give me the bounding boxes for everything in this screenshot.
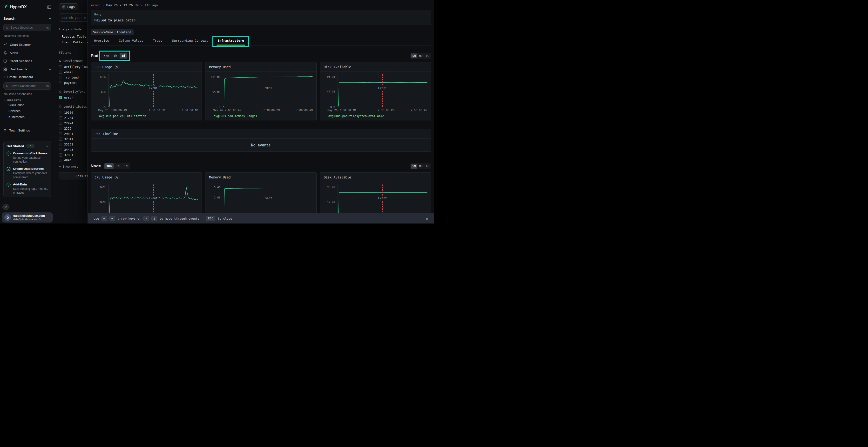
checkbox[interactable] — [59, 71, 62, 74]
tab-surrounding-context[interactable]: Surrounding Context — [172, 39, 208, 42]
user-menu[interactable]: D dale@clickhouse.com dale@clickhouse.co… — [2, 212, 53, 222]
saved-searches-field[interactable] — [10, 26, 44, 29]
size-lg-button[interactable]: LG — [424, 164, 431, 169]
range-1h-button[interactable]: 1h — [114, 163, 122, 169]
event-marker-line — [268, 184, 268, 217]
chart-title: Memory Used — [206, 62, 316, 72]
pod-section-header: Pod 30m 1h 1d SM MD LG — [91, 53, 431, 59]
checkbox[interactable] — [59, 127, 62, 130]
tab-infrastructure[interactable]: Infrastructure — [217, 39, 244, 42]
sidebar-item-services[interactable]: Services — [3, 108, 51, 114]
filter-group-name: ServiceName — [63, 59, 84, 63]
checkbox[interactable] — [59, 116, 62, 119]
checkbox[interactable] — [59, 76, 62, 79]
source-selector-button[interactable]: Logs — [59, 3, 78, 10]
range-1h-button[interactable]: 1h — [112, 53, 119, 59]
chart-legend: avg(k8s.pod.filesystem.available) — [323, 114, 427, 118]
filter-option-label: payment — [64, 81, 77, 84]
get-started-step: Connect to ClickHouse Set up your databa… — [6, 151, 48, 164]
sidebar-item-team-settings[interactable]: ⚙ Team Settings — [3, 126, 51, 134]
checkbox[interactable] — [59, 143, 62, 146]
presets-toggle[interactable]: PRESETS — [3, 99, 51, 102]
event-marker-label: Event — [262, 86, 273, 90]
search-section-header[interactable]: Search — [3, 16, 51, 21]
legend-label: avg(k8s.pod.filesystem.available) — [329, 114, 386, 118]
checkbox-checked[interactable] — [59, 96, 62, 99]
preset-label: Services — [8, 109, 21, 113]
check-circle-icon — [6, 182, 10, 195]
esc-key: ESC — [206, 216, 215, 221]
checkbox[interactable] — [59, 148, 62, 151]
sidebar-item-label: Dashboards — [10, 67, 27, 71]
detail-tabs: Overview Column Values Trace Surrounding… — [91, 39, 431, 46]
checkbox[interactable] — [59, 138, 62, 141]
chevron-down-icon — [3, 100, 6, 101]
hint-text: Use — [94, 217, 99, 220]
monitor-icon — [3, 59, 7, 63]
tab-overview[interactable]: Overview — [94, 39, 109, 42]
filter-option-label: 21734 — [64, 116, 73, 120]
plot-area: Event — [108, 74, 198, 107]
sidebar-item-chart-explorer[interactable]: Chart Explorer — [3, 40, 51, 49]
plot-area: Event — [338, 184, 427, 217]
create-dashboard-label: Create Dashboard — [7, 75, 33, 79]
gear-icon: ⚙ — [3, 128, 6, 133]
event-marker-line — [382, 74, 383, 107]
size-md-button[interactable]: MD — [417, 164, 424, 169]
hyperdx-logo-icon — [3, 5, 8, 9]
range-30m-button[interactable]: 30m — [104, 163, 114, 169]
tab-column-values[interactable]: Column Values — [119, 39, 144, 42]
separator: · — [141, 3, 143, 7]
checkbox[interactable] — [59, 65, 62, 68]
checkbox[interactable] — [59, 81, 62, 84]
checkbox[interactable] — [59, 111, 62, 114]
sidebar-item-clickhouse[interactable]: ClickHouse — [3, 102, 51, 108]
chevron-up-icon — [45, 145, 48, 147]
filter-option-label: 32311 — [64, 137, 73, 141]
checkbox[interactable] — [59, 122, 62, 125]
node-size-selector: SM MD LG — [410, 163, 431, 169]
sidebar-item-client-sessions[interactable]: Client Sessions — [3, 57, 51, 65]
saved-dashboards-input[interactable]: ⌘K — [3, 82, 51, 90]
sidebar-item-dashboards[interactable]: Dashboards — [3, 65, 51, 73]
tab-trace[interactable]: Trace — [153, 39, 162, 42]
size-sm-button[interactable]: SM — [411, 164, 417, 169]
range-30m-button[interactable]: 30m — [102, 53, 111, 59]
event-marker-label: Event — [148, 86, 159, 90]
sidebar-collapse-icon[interactable] — [47, 5, 51, 9]
service-name-tag[interactable]: ServiceName: frontend — [91, 29, 133, 35]
step-title: Add Data — [13, 182, 48, 186]
y-axis: 120%60%0% — [93, 74, 107, 107]
checkbox[interactable] — [59, 153, 62, 157]
range-1d-button[interactable]: 1d — [120, 53, 127, 59]
chart-pod-disk-available: Disk Available 93 GB47 GB0 B Event May 2… — [320, 62, 431, 121]
sidebar-item-kubernetes[interactable]: Kubernetes — [3, 114, 51, 120]
arrow-right-key: → — [110, 216, 115, 221]
sidebar-item-alerts[interactable]: Alerts — [3, 49, 51, 57]
saved-searches-input[interactable]: ⌘K — [3, 24, 51, 31]
help-button[interactable]: ? — [2, 204, 9, 210]
filter-option-label: 37801 — [64, 153, 73, 157]
size-md-button[interactable]: MD — [417, 54, 424, 58]
x-axis: May 26 7:00:00 AM7:30:00 PM7:00:00 AM — [223, 109, 312, 112]
size-lg-button[interactable]: LG — [424, 54, 431, 58]
body-text: Failed to place order — [94, 18, 428, 22]
close-icon[interactable]: ✕ — [426, 216, 428, 221]
chart-title: Disk Available — [320, 62, 431, 72]
saved-dashboards-field[interactable] — [10, 84, 44, 88]
chevron-up-icon — [49, 68, 51, 70]
get-started-header[interactable]: Get Started 3/3 — [6, 144, 48, 148]
event-marker-line — [153, 184, 154, 217]
y-axis: 3 GB2 GB0 B — [208, 184, 221, 217]
get-started-step: Add Data Start sending logs, metrics, or… — [6, 182, 48, 195]
checkbox[interactable] — [59, 132, 62, 135]
chart-title: CPU Usage (%) — [91, 62, 202, 72]
legend-swatch — [94, 116, 97, 116]
create-dashboard-button[interactable]: + Create Dashboard — [3, 73, 51, 80]
pod-timeline-title: Pod Timeline — [91, 129, 431, 139]
size-sm-button[interactable]: SM — [411, 54, 417, 58]
filter-option-label: 22974 — [64, 122, 73, 125]
checkbox[interactable] — [59, 159, 62, 162]
range-1d-button[interactable]: 1d — [122, 163, 129, 169]
body-label: Body — [94, 13, 428, 16]
